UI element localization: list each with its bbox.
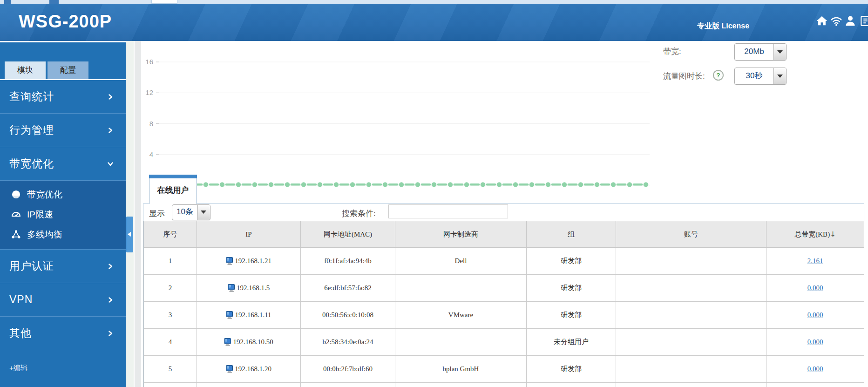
sidebar-item-bandwidth-opt[interactable]: 带宽优化 (0, 147, 126, 180)
sidebar-subitem-label: IP限速 (27, 209, 53, 221)
duration-select-value: 30秒 (735, 68, 773, 84)
sidebar-subitem-bandwidth-opt-sub[interactable]: 带宽优化 (0, 184, 126, 204)
logout-icon[interactable] (859, 15, 868, 27)
sidebar-subitem-label: 多线均衡 (27, 229, 62, 241)
table-row: 2 192.168.1.56e:df:bf:57:fa:82研发部0.000 (144, 275, 864, 302)
bandwidth-link[interactable]: 0.000 (807, 365, 823, 373)
cell-ip: 192.168.1.20 (197, 356, 301, 383)
cell-mac (301, 383, 395, 387)
column-header[interactable]: 组 (527, 221, 616, 248)
sidebar-subitem-label: 带宽优化 (27, 189, 62, 201)
cell-mac: 00:50:56:c0:10:08 (301, 302, 395, 329)
wsg-200p-page: WSG-200P 专业版 License 模块配置 查询统计行为管理带宽优化带宽… (0, 0, 868, 387)
chevron-right-icon (107, 330, 114, 337)
sidebar-item-label: 其他 (9, 326, 32, 340)
tab-online-users[interactable]: 在线用户 (149, 175, 197, 204)
sidebar-item-vpn[interactable]: VPN (0, 283, 126, 316)
cell-group: 研发部 (527, 275, 616, 302)
computer-icon (226, 311, 234, 319)
cell-ip: 192.168.10.50 (197, 329, 301, 356)
edge-chip (49, 0, 59, 4)
table-row: 1 192.168.1.21f0:1f:af:4a:94:4bDell研发部2.… (144, 248, 864, 275)
gauge-icon (11, 210, 21, 219)
column-header[interactable]: 网卡制造商 (395, 221, 527, 248)
sidebar-tab-config[interactable]: 配置 (47, 61, 88, 79)
table-body: 1 192.168.1.21f0:1f:af:4a:94:4bDell研发部2.… (144, 248, 864, 387)
table-header-row: 序号IP网卡地址(MAC)网卡制造商组账号总带宽(KB)↓ (144, 221, 864, 248)
sidebar-item-label: 带宽优化 (9, 156, 54, 171)
sidebar-item-label: 用户认证 (9, 259, 54, 273)
column-header[interactable]: 网卡地址(MAC) (301, 221, 395, 248)
cell-account (616, 275, 766, 302)
duration-label: 流量图时长: (663, 71, 705, 81)
sidebar-item-behavior-mgmt[interactable]: 行为管理 (0, 113, 126, 147)
online-users-panel: 显示 10条 搜索条件: 序号IP网卡地址(MAC)网卡制造商组账号总带宽(KB… (143, 204, 864, 387)
dropdown-arrow-icon[interactable] (773, 44, 786, 60)
help-icon[interactable]: ? (713, 70, 724, 81)
cell-vendor: bplan GmbH (395, 356, 527, 383)
search-label: 搜索条件: (342, 208, 376, 219)
share-icon (11, 230, 21, 239)
table-row: 4 192.168.10.50b2:58:34:0e:0a:24未分组用户0.0… (144, 329, 864, 356)
dropdown-arrow-icon[interactable] (197, 205, 210, 220)
traffic-chart: 1612840 (141, 41, 821, 199)
search-input[interactable] (388, 204, 508, 218)
sidebar-item-label: 查询统计 (9, 89, 54, 104)
page-size-select[interactable]: 10条 (172, 204, 210, 220)
scrollbar-track[interactable] (126, 41, 134, 387)
sidebar-item-user-auth[interactable]: 用户认证 (0, 249, 126, 283)
show-label: 显示 (149, 208, 165, 219)
dropdown-arrow-icon[interactable] (773, 68, 786, 84)
cell-bandwidth: 0.000 (766, 275, 864, 302)
license-badge: 专业版 License (697, 21, 749, 31)
table-row: 6 192.168.1.137研发部0.000 (144, 383, 864, 387)
cell-bandwidth: 0.000 (766, 329, 864, 356)
column-header[interactable]: IP (197, 221, 301, 248)
column-header[interactable]: 序号 (144, 221, 197, 248)
sidebar-submenu: 带宽优化IP限速多线均衡 (0, 180, 126, 249)
svg-text:4: 4 (149, 150, 153, 158)
sidebar-subitem-multi-line-balance[interactable]: 多线均衡 (0, 224, 126, 244)
app-logo: WSG-200P (19, 12, 112, 32)
cell-mac: 6e:df:bf:57:fa:82 (301, 275, 395, 302)
cell-index: 1 (144, 248, 197, 275)
bandwidth-link[interactable]: 0.000 (807, 311, 823, 319)
cell-mac: b2:58:34:0e:0a:24 (301, 329, 395, 356)
wifi-icon[interactable] (830, 15, 842, 27)
browser-edge-strip (0, 0, 868, 4)
duration-select[interactable]: 30秒 (734, 68, 787, 85)
cell-account (616, 302, 766, 329)
bandwidth-link[interactable]: 0.000 (807, 338, 823, 346)
sidebar-edit-link[interactable]: +编辑 (9, 364, 27, 373)
svg-text:8: 8 (149, 120, 153, 128)
table-row: 5 192.168.1.2000:0b:2f:7b:df:60bplan Gmb… (144, 356, 864, 383)
sidebar-subitem-ip-limit[interactable]: IP限速 (0, 204, 126, 224)
chevron-right-icon (107, 297, 114, 303)
bandwidth-select[interactable]: 20Mb (734, 43, 787, 61)
cell-index: 5 (144, 356, 197, 383)
sidebar-item-label: 行为管理 (9, 123, 54, 137)
sidebar-item-other[interactable]: 其他 (0, 316, 126, 350)
user-icon[interactable] (844, 15, 856, 27)
column-header[interactable]: 账号 (616, 221, 766, 248)
column-header[interactable]: 总带宽(KB)↓ (766, 221, 864, 248)
cell-index: 4 (144, 329, 197, 356)
cell-bandwidth: 0.000 (766, 383, 864, 387)
collapse-sidebar-handle[interactable] (126, 217, 133, 252)
bandwidth-link[interactable]: 2.161 (807, 257, 823, 265)
cell-vendor (395, 329, 527, 356)
bandwidth-link[interactable]: 0.000 (807, 284, 823, 292)
edge-chip (4, 0, 11, 4)
cell-mac: f0:1f:af:4a:94:4b (301, 248, 395, 275)
sidebar-menu: 查询统计行为管理带宽优化带宽优化IP限速多线均衡用户认证VPN其他 (0, 79, 126, 350)
sidebar-item-label: VPN (9, 293, 33, 306)
svg-text:16: 16 (145, 58, 153, 66)
sidebar-tab-modules[interactable]: 模块 (5, 61, 46, 79)
table-controls: 显示 10条 搜索条件: (143, 204, 864, 221)
cell-ip: 192.168.1.21 (197, 248, 301, 275)
cell-ip: 192.168.1.137 (197, 383, 301, 387)
cell-group: 研发部 (527, 356, 616, 383)
sidebar-item-query-stats[interactable]: 查询统计 (0, 80, 126, 113)
sort-desc-icon: ↓ (830, 230, 836, 238)
home-icon[interactable] (816, 15, 828, 27)
